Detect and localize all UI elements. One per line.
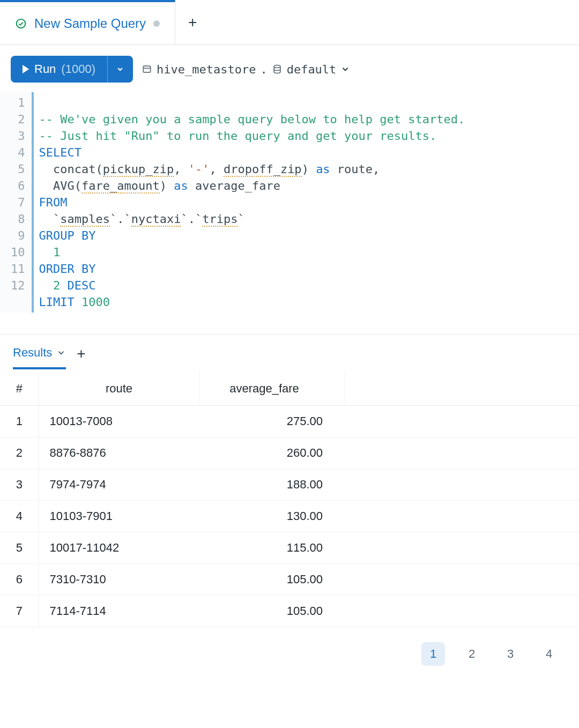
results-tabs: Results + (0, 335, 579, 370)
cell-empty (344, 596, 579, 627)
chevron-down-icon (340, 64, 350, 74)
cell-route: 10013-7008 (39, 406, 199, 437)
svg-point-2 (274, 65, 280, 68)
cell-fare: 105.00 (199, 596, 344, 627)
add-tab-button[interactable]: + (175, 0, 210, 44)
cell-empty (344, 469, 579, 501)
schema-name: default (287, 63, 337, 76)
catalog-breadcrumb[interactable]: hive_metastore . default (142, 63, 350, 76)
cell-route: 7114-7114 (39, 596, 199, 627)
catalog-name: hive_metastore (157, 63, 256, 76)
cell-index: 6 (0, 564, 39, 596)
cell-fare: 188.00 (199, 469, 344, 501)
run-limit: (1000) (61, 62, 95, 76)
cell-fare: 130.00 (199, 501, 344, 532)
svg-rect-1 (143, 66, 150, 72)
page-button[interactable]: 2 (460, 642, 484, 666)
cell-fare: 275.00 (199, 406, 344, 437)
pagination: 1 2 3 4 (0, 627, 579, 679)
col-header-empty (344, 372, 579, 406)
active-tab[interactable]: New Sample Query (0, 0, 175, 44)
code-area[interactable]: -- We've given you a sample query below … (34, 92, 471, 313)
table-row[interactable]: 28876-8876260.00 (0, 437, 579, 469)
cell-route: 10017-11042 (39, 532, 199, 564)
plus-icon: + (188, 14, 197, 31)
run-button-group: Run (1000) (11, 56, 133, 83)
sql-editor[interactable]: 1 2 3 4 5 6 7 8 9 10 11 12 -- We've give… (0, 92, 579, 335)
cell-index: 5 (0, 532, 39, 564)
page-button[interactable]: 1 (421, 642, 445, 666)
col-header-index[interactable]: # (0, 372, 39, 406)
table-row[interactable]: 510017-11042115.00 (0, 532, 579, 564)
play-icon (23, 65, 29, 73)
col-header-route[interactable]: route (39, 372, 199, 406)
query-tabs: New Sample Query + (0, 0, 579, 45)
col-header-fare[interactable]: average_fare (199, 372, 344, 406)
cell-empty (344, 532, 579, 564)
results-table: # route average_fare 110013-7008275.0028… (0, 372, 579, 627)
chevron-down-icon (116, 65, 124, 73)
catalog-icon (142, 64, 152, 75)
cell-index: 4 (0, 501, 39, 532)
cell-empty (344, 501, 579, 532)
table-row[interactable]: 67310-7310105.00 (0, 564, 579, 596)
table-row[interactable]: 77114-7114105.00 (0, 596, 579, 627)
tab-title: New Sample Query (34, 16, 146, 31)
run-label: Run (34, 62, 56, 76)
cell-route: 10103-7901 (39, 501, 199, 532)
cell-route: 8876-8876 (39, 437, 199, 469)
schema-icon (272, 64, 283, 75)
run-dropdown-button[interactable] (107, 56, 133, 83)
page-button[interactable]: 4 (537, 642, 561, 666)
plus-icon: + (77, 345, 85, 362)
cell-route: 7974-7974 (39, 469, 199, 501)
cell-empty (344, 437, 579, 469)
cell-index: 3 (0, 469, 39, 501)
cell-fare: 260.00 (199, 437, 344, 469)
table-row[interactable]: 37974-7974188.00 (0, 469, 579, 501)
line-gutter: 1 2 3 4 5 6 7 8 9 10 11 12 (0, 92, 34, 313)
results-tab-label: Results (13, 346, 52, 360)
table-row[interactable]: 410103-7901130.00 (0, 501, 579, 532)
cell-fare: 115.00 (199, 532, 344, 564)
status-success-icon (15, 18, 27, 29)
page-button[interactable]: 3 (499, 642, 522, 666)
unsaved-indicator-icon (153, 20, 160, 27)
cell-index: 7 (0, 596, 39, 627)
cell-empty (344, 564, 579, 596)
cell-index: 1 (0, 406, 39, 437)
cell-route: 7310-7310 (39, 564, 199, 596)
cell-index: 2 (0, 437, 39, 469)
add-visualization-button[interactable]: + (77, 345, 85, 370)
results-tab[interactable]: Results (13, 346, 66, 369)
chevron-down-icon (56, 348, 66, 358)
table-row[interactable]: 110013-7008275.00 (0, 406, 579, 437)
run-button[interactable]: Run (1000) (11, 56, 107, 83)
toolbar: Run (1000) hive_metastore . default (0, 45, 579, 92)
breadcrumb-separator: . (260, 63, 267, 76)
cell-fare: 105.00 (199, 564, 344, 596)
cell-empty (344, 406, 579, 437)
